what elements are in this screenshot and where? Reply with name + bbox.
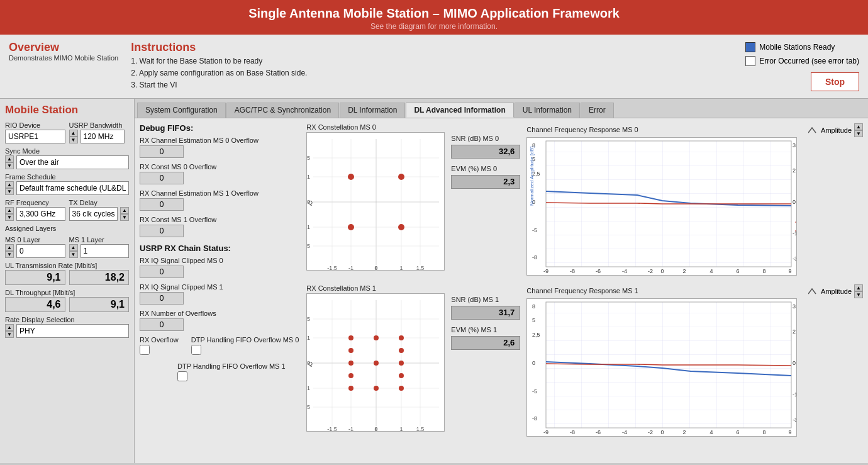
dtp-checkbox-1[interactable] — [177, 371, 187, 381]
rio-device-input[interactable] — [5, 130, 65, 143]
sync-up[interactable]: ▲ — [5, 155, 14, 162]
dtp-checkbox-0[interactable] — [191, 345, 201, 355]
usrp-label-2: RX Number of Overflows — [140, 310, 299, 317]
debug-value-0: 0 — [140, 145, 184, 158]
rate-display-label: Rate Display Selection — [5, 316, 129, 323]
rate-up[interactable]: ▲ — [5, 324, 14, 331]
ms-section: Mobile Station RIO Device USRP Bandwidth… — [0, 99, 868, 463]
usrp-label-1: RX IQ Signal Clipped MS 1 — [140, 283, 299, 291]
amp-ms0-up[interactable]: ▲ — [854, 123, 863, 130]
top-info-bar: Overview Demonstrates MIMO Mobile Statio… — [0, 35, 868, 99]
usrp-bw-input[interactable] — [81, 130, 125, 143]
dtp-label-0: DTP Handling FIFO Overflow MS 0 — [191, 336, 299, 344]
tx-down[interactable]: ▼ — [120, 214, 129, 221]
svg-text:-2: -2 — [648, 268, 653, 274]
svg-text:1,5: 1,5 — [416, 426, 425, 432]
dtp-label-1: DTP Handling FIFO Overflow MS 1 — [177, 362, 299, 370]
usrp-bw-up[interactable]: ▲ — [69, 130, 78, 137]
sync-mode-label: Sync Mode — [5, 147, 129, 155]
svg-point-78 — [399, 361, 404, 366]
rate-display-input[interactable] — [16, 324, 129, 338]
svg-text:0: 0 — [375, 426, 378, 432]
usrp-label-0: RX IQ Signal Clipped MS 0 — [140, 257, 299, 264]
tab-bar: System Configuration AGC/TPC & Synchroni… — [135, 99, 868, 118]
svg-text:-2: -2 — [648, 429, 653, 435]
rf-down[interactable]: ▼ — [5, 214, 14, 221]
debug-label-2: RX Channel Estimation MS 1 Overflow — [140, 189, 299, 197]
app-header: Single Antenna Mobile Station – MIMO App… — [0, 0, 868, 35]
svg-point-84 — [399, 348, 404, 353]
svg-text:-4: -4 — [622, 268, 627, 274]
freq-response-ms0-block: Channel Frequency Response MS 0 Amplitud… — [526, 123, 863, 278]
sync-down[interactable]: ▼ — [5, 162, 14, 169]
dl-value2-display: 9,1 — [69, 297, 130, 312]
tab-system-config[interactable]: System Configuration — [137, 103, 226, 118]
usrp-item-3: RX Overflow DTP Handling FIFO Overflow M… — [140, 336, 299, 357]
tab-dl-advanced[interactable]: DL Advanced Information — [406, 103, 513, 118]
status-block: Mobile Stations Ready Error Occurred (se… — [745, 42, 859, 91]
rf-up[interactable]: ▲ — [5, 207, 14, 214]
svg-text:-1: -1 — [306, 385, 310, 391]
usrp-bw-down[interactable]: ▼ — [69, 137, 78, 143]
ul-value1-display: 9,1 — [5, 270, 65, 285]
ms-ready-label: Mobile Stations Ready — [759, 43, 835, 52]
debug-label-1: RX Const MS 0 Overflow — [140, 163, 299, 171]
freq-ms1-title: Channel Frequency Response MS 1 — [526, 287, 801, 294]
amp-ms1-down[interactable]: ▼ — [854, 291, 863, 298]
overview-block: Overview Demonstrates MIMO Mobile Statio… — [9, 41, 118, 62]
sync-mode-input[interactable] — [16, 155, 129, 169]
svg-point-74 — [348, 335, 353, 340]
rf-freq-input[interactable] — [16, 207, 65, 221]
freq-ms0-title: Channel Frequency Response MS 0 — [526, 126, 801, 133]
ms0-layer-down[interactable]: ▼ — [5, 251, 14, 258]
snr-ms0-value: 32,6 — [451, 145, 520, 159]
frame-down[interactable]: ▼ — [5, 188, 14, 195]
svg-text:-1,5: -1,5 — [328, 265, 338, 271]
tab-agc-tpc[interactable]: AGC/TPC & Synchronization — [226, 103, 339, 118]
svg-text:-8: -8 — [570, 429, 575, 435]
rx-overflow-checkbox[interactable] — [140, 345, 150, 355]
debug-label-3: RX Const MS 1 Overflow — [140, 216, 299, 223]
tx-delay-input[interactable] — [69, 207, 118, 221]
instructions-list: 1. Wait for the Base Station to be ready… — [131, 55, 733, 92]
ul-value2-display: 18,2 — [69, 270, 130, 285]
ms0-layer-input[interactable] — [16, 244, 65, 258]
svg-text:1: 1 — [307, 174, 310, 180]
ms1-layer-down[interactable]: ▼ — [69, 251, 78, 258]
svg-text:2: 2 — [683, 268, 686, 274]
amp-ms0-down[interactable]: ▼ — [854, 130, 863, 137]
amp-ms1-up[interactable]: ▲ — [854, 284, 863, 291]
freq-chart-ms0: 8 5 2,5 0 -5 -8 3,2 2 0 -1 -3,2 — [526, 137, 797, 276]
svg-point-23 — [348, 174, 354, 180]
constellation-ms1-title: RX Constellation MS 1 — [306, 284, 445, 292]
right-panel: System Configuration AGC/TPC & Synchroni… — [135, 99, 868, 463]
tx-delay-label: TX Delay — [69, 199, 130, 206]
dtp-item-1: DTP Handling FIFO Overflow MS 1 — [177, 362, 299, 384]
svg-text:6: 6 — [737, 268, 740, 274]
ms1-layer-input[interactable] — [81, 244, 130, 258]
svg-text:9: 9 — [789, 268, 792, 274]
amplitude-icon-ms0 — [808, 126, 818, 134]
svg-text:Normalized Amplitude [dB]: Normalized Amplitude [dB] — [529, 146, 535, 205]
ms0-layer-up[interactable]: ▲ — [5, 244, 14, 251]
snr-ms1-label: SNR (dB) MS 1 — [451, 296, 520, 303]
svg-text:0: 0 — [661, 268, 664, 274]
tab-error[interactable]: Error — [581, 103, 614, 118]
debug-item-2: RX Channel Estimation MS 1 Overflow 0 — [140, 189, 299, 211]
svg-point-76 — [399, 335, 404, 340]
rate-down[interactable]: ▼ — [5, 331, 14, 338]
tx-up[interactable]: ▲ — [120, 207, 129, 214]
stop-button[interactable]: Stop — [811, 72, 859, 91]
debug-item-1: RX Const MS 0 Overflow 0 — [140, 163, 299, 184]
debug-item-3: RX Const MS 1 Overflow 0 — [140, 216, 299, 237]
frame-schedule-input[interactable] — [16, 181, 129, 195]
tab-ul-info[interactable]: UL Information — [515, 103, 580, 118]
amplitude-ms1-ctrl: Amplitude ▲ ▼ — [808, 284, 863, 298]
frame-up[interactable]: ▲ — [5, 181, 14, 188]
usrp-item-1: RX IQ Signal Clipped MS 1 0 — [140, 283, 299, 305]
svg-text:1: 1 — [400, 426, 403, 432]
svg-point-77 — [348, 361, 353, 366]
ms1-layer-up[interactable]: ▲ — [69, 244, 78, 251]
rf-freq-label: RF Frequency — [5, 199, 65, 206]
tab-dl-info[interactable]: DL Information — [340, 103, 405, 118]
